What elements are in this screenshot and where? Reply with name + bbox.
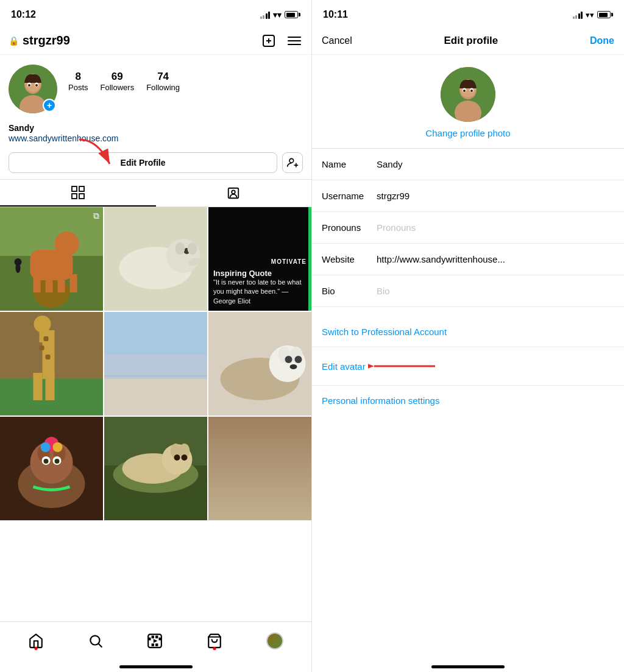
svg-point-62 [285,356,292,363]
photo-grid: ⧉ MOTIVATE Inspiring Quote "It is never … [0,207,311,621]
bio-field-row[interactable]: Bio Bio [312,275,624,307]
posts-stat: 8 Posts [68,71,88,92]
svg-point-72 [44,459,49,464]
svg-marker-89 [154,639,158,643]
svg-rect-50 [40,345,44,350]
svg-rect-49 [44,336,49,341]
svg-rect-29 [34,274,41,292]
right-panel: 10:11 ▾▾ Cancel Edit profile Done [312,0,624,672]
svg-rect-20 [72,194,77,199]
profile-website-link[interactable]: www.sandywrittenhouse.com [9,133,119,143]
avatar-wrap[interactable]: + [9,65,57,113]
website-field-row[interactable]: Website http://www.sandywrittenhouse... [312,244,624,275]
profile-name-area: Sandy www.sandywrittenhouse.com [0,119,311,149]
tab-tagged[interactable] [156,180,312,207]
pronouns-value[interactable]: Pronouns [377,222,614,233]
website-label: Website [322,254,377,264]
photo-cell-2[interactable] [104,207,207,311]
tab-bar [0,179,311,207]
edit-avatar[interactable] [441,67,495,122]
done-button[interactable]: Done [590,35,614,46]
svg-point-13 [35,84,38,87]
svg-line-87 [99,644,102,647]
svg-rect-48 [46,373,55,400]
edit-avatar-link[interactable]: Edit avatar [312,347,624,386]
nav-search[interactable] [88,633,104,649]
svg-point-23 [232,190,236,194]
name-value[interactable]: Sandy [377,159,614,169]
svg-point-97 [463,90,466,92]
bottom-nav [0,621,311,672]
left-panel: 10:12 ▾▾ 🔒 strgzr99 [0,0,312,672]
quote-title: Inspiring Quote [213,269,307,278]
add-post-button[interactable] [260,32,277,49]
svg-point-75 [41,442,51,452]
svg-point-84 [174,454,180,461]
profile-section: + 8 Posts 69 Followers 74 Following [0,55,311,119]
nav-profile[interactable] [266,632,283,649]
cancel-button[interactable]: Cancel [322,35,352,46]
add-friend-button[interactable] [282,152,303,173]
photo-cell-3[interactable]: MOTIVATE Inspiring Quote "It is never to… [208,207,311,311]
change-photo-button[interactable]: Change profile photo [425,128,510,138]
time-right: 10:11 [323,9,348,20]
pronouns-field-row[interactable]: Pronouns Pronouns [312,212,624,244]
edit-avatar-arrow [368,357,441,375]
svg-point-15 [289,158,294,163]
status-icons-left: ▾▾ [260,10,301,19]
battery-icon-right [597,11,613,18]
nav-reels[interactable] [147,633,163,649]
edit-profile-title: Edit profile [444,35,498,47]
followers-count: 69 [112,71,123,83]
nav-icons [260,32,303,49]
top-nav: 🔒 strgzr99 [0,27,311,55]
status-bar-right: 10:11 ▾▾ [312,0,624,27]
photo-cell-9[interactable] [208,417,311,520]
name-field-row[interactable]: Name Sandy [312,149,624,180]
photo-cell-6[interactable] [208,312,311,416]
followers-stat[interactable]: 69 Followers [101,71,135,92]
svg-rect-53 [104,379,207,416]
following-count: 74 [157,71,169,83]
nav-home[interactable] [28,633,44,649]
motivate-overlay: MOTIVATE Inspiring Quote "It is never to… [208,207,311,311]
svg-point-85 [182,454,188,461]
svg-point-86 [90,635,99,645]
edit-header: Cancel Edit profile Done [312,27,624,55]
photo-cell-1[interactable]: ⧉ [0,207,103,311]
following-label: Following [146,83,180,92]
svg-rect-18 [72,186,77,191]
svg-point-40 [176,242,185,255]
svg-rect-54 [104,312,207,355]
add-avatar-badge[interactable]: + [43,99,56,112]
switch-professional-link[interactable]: Switch to Professional Account [312,317,624,347]
tab-grid[interactable] [0,180,156,207]
following-stat[interactable]: 74 Following [146,71,180,92]
menu-button[interactable] [286,32,303,49]
svg-point-73 [55,459,60,464]
website-value[interactable]: http://www.sandywrittenhouse... [377,254,566,264]
edit-photo-section: Change profile photo [312,55,624,149]
edit-profile-button[interactable]: Edit Profile [9,152,277,173]
nav-shop[interactable] [207,633,222,649]
time-left: 10:12 [11,9,36,20]
username-field-row[interactable]: Username strgzr99 [312,180,624,212]
status-icons-right: ▾▾ [573,10,614,19]
lock-icon: 🔒 [9,36,19,46]
username-display: strgzr99 [23,34,70,48]
photo-cell-7[interactable] [0,417,103,520]
posts-label: Posts [68,83,88,92]
photo-cell-4[interactable] [0,312,103,416]
home-indicator-left [119,665,193,668]
personal-info-link[interactable]: Personal information settings [312,386,624,416]
svg-rect-55 [104,355,207,379]
svg-point-63 [295,356,302,363]
home-notification-dot [34,647,37,650]
signal-icon-right [573,11,583,19]
photo-cell-5[interactable] [104,312,207,416]
username-value[interactable]: strgzr99 [377,191,614,201]
photo-cell-8[interactable] [104,417,207,520]
bio-value[interactable]: Bio [377,286,614,296]
svg-point-98 [470,90,473,92]
status-bar-left: 10:12 ▾▾ [0,0,311,27]
